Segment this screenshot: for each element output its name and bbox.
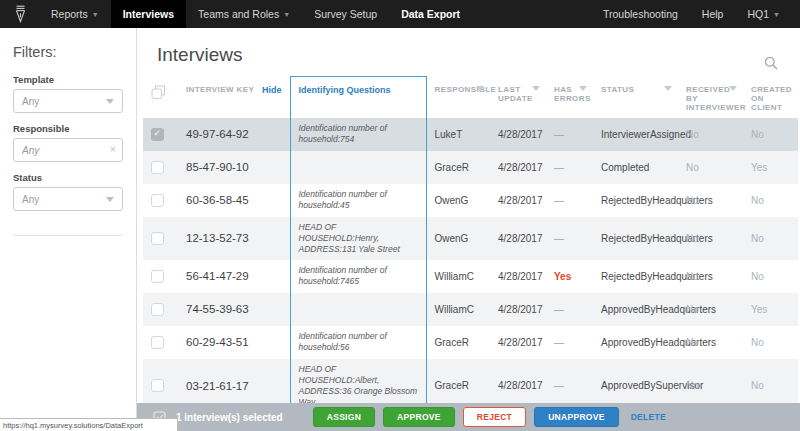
checkbox-cell[interactable] [143, 260, 178, 293]
table-row[interactable]: 49-97-64-92Identification number of hous… [143, 118, 798, 151]
created-on-client-cell: Yes [743, 293, 798, 326]
nav-help-label: Help [702, 8, 724, 20]
header-has-errors[interactable]: HAS ERRORS [546, 77, 593, 118]
has-errors-cell: — [546, 217, 593, 260]
table-row[interactable]: 74-55-39-63WilliamC4/28/2017—ApprovedByH… [143, 293, 798, 326]
table-body: 49-97-64-92Identification number of hous… [143, 118, 798, 431]
row-checkbox[interactable] [151, 379, 164, 392]
identifying-questions-cell [290, 293, 426, 326]
checkbox-cell[interactable] [143, 293, 178, 326]
last-update-cell: 4/28/2017 [490, 260, 546, 293]
nav-reports[interactable]: Reports▼ [39, 0, 111, 28]
select-all-icon [151, 85, 166, 100]
approve-button[interactable]: APPROVE [383, 407, 455, 427]
nav-teams-and-roles[interactable]: Teams and Roles▼ [186, 0, 302, 28]
chevron-down-icon: ▼ [283, 11, 290, 18]
interview-key-cell: 60-29-43-51 [178, 326, 290, 359]
delete-button[interactable]: DELETE [627, 407, 670, 427]
app-window: Reports▼ Interviews Teams and Roles▼ Sur… [0, 0, 800, 431]
header-received-by-interviewer[interactable]: RECEIVED BY INTERVIEWER [678, 77, 743, 118]
reject-button[interactable]: REJECT [463, 407, 526, 427]
header-interview-key[interactable]: INTERVIEW KEY Hide [178, 77, 290, 118]
table-row[interactable]: 56-41-47-29Identification number of hous… [143, 260, 798, 293]
interview-key-cell: 56-41-47-29 [178, 260, 290, 293]
status-cell: Completed [593, 151, 678, 184]
clear-icon[interactable]: × [110, 143, 116, 155]
interview-key-cell: 12-13-52-73 [178, 217, 290, 260]
responsible-cell: GraceR [426, 151, 490, 184]
row-checkbox-checked[interactable] [151, 128, 164, 141]
checkbox-cell[interactable] [143, 217, 178, 260]
template-filter-select[interactable]: Any [13, 89, 123, 113]
responsible-cell: WilliamC [426, 293, 490, 326]
header-created-on-client-label: CREATED ON CLIENT [751, 85, 792, 112]
table-row[interactable]: 60-36-58-45Identification number of hous… [143, 184, 798, 217]
sort-caret-icon [476, 86, 484, 91]
status-filter-select[interactable]: Any [13, 187, 123, 211]
header-identifying-questions-label: Identifying Questions [299, 85, 391, 95]
header-status[interactable]: STATUS [593, 77, 678, 118]
checkbox-cell[interactable] [143, 151, 178, 184]
header-responsible[interactable]: RESPONSIBLE [426, 77, 490, 118]
nav-interviews[interactable]: Interviews [111, 0, 186, 28]
nav-account-label: HQ1 [747, 8, 769, 20]
nav-survey-setup[interactable]: Survey Setup [302, 0, 389, 28]
status-cell: ApprovedByHeadquarters [593, 326, 678, 359]
sort-caret-icon [532, 86, 540, 91]
unapprove-button[interactable]: UNAPPROVE [534, 407, 619, 427]
select-all-cell[interactable] [143, 77, 178, 118]
assign-button[interactable]: ASSIGN [313, 407, 375, 427]
row-checkbox[interactable] [151, 194, 164, 207]
status-cell: RejectedByHeadquarters [593, 217, 678, 260]
search-icon[interactable] [764, 56, 778, 74]
survey-solutions-logo[interactable] [0, 0, 39, 28]
template-filter-value: Any [22, 96, 39, 107]
row-checkbox[interactable] [151, 270, 164, 283]
hide-column-link[interactable]: Hide [262, 85, 282, 95]
last-update-cell: 4/28/2017 [490, 151, 546, 184]
interview-key-cell: 49-97-64-92 [178, 118, 290, 151]
nav-troubleshooting[interactable]: Troubleshooting [591, 0, 690, 28]
status-filter-value: Any [22, 194, 39, 205]
received-by-interviewer-cell: No [678, 151, 743, 184]
checkbox-cell[interactable] [143, 326, 178, 359]
chevron-down-icon [106, 197, 114, 202]
created-on-client-cell: No [743, 326, 798, 359]
nav-data-export[interactable]: Data Export [389, 0, 472, 28]
last-update-cell: 4/28/2017 [490, 118, 546, 151]
filters-title: Filters: [13, 44, 123, 60]
interviews-table: INTERVIEW KEY Hide Identifying Questions… [143, 76, 798, 431]
has-errors-cell: — [546, 326, 593, 359]
nav-help[interactable]: Help [690, 0, 736, 28]
status-cell: InterviewerAssigned [593, 118, 678, 151]
table-row[interactable]: 85-47-90-10GraceR4/28/2017—CompletedNoYe… [143, 151, 798, 184]
header-created-on-client[interactable]: CREATED ON CLIENT [743, 77, 798, 118]
created-on-client-cell: No [743, 260, 798, 293]
checkbox-cell[interactable] [143, 118, 178, 151]
row-checkbox[interactable] [151, 232, 164, 245]
identifying-questions-cell: Identification number of household:56 [290, 326, 426, 359]
header-last-update[interactable]: LAST UPDATE [490, 77, 546, 118]
top-navbar: Reports▼ Interviews Teams and Roles▼ Sur… [0, 0, 800, 28]
row-checkbox[interactable] [151, 336, 164, 349]
created-on-client-cell: No [743, 217, 798, 260]
last-update-cell: 4/28/2017 [490, 293, 546, 326]
nav-account-hq1[interactable]: HQ1▼ [735, 0, 792, 28]
responsible-cell: LukeT [426, 118, 490, 151]
nav-teams-label: Teams and Roles [198, 8, 279, 20]
has-errors-cell: — [546, 151, 593, 184]
created-on-client-cell: Yes [743, 151, 798, 184]
table-row[interactable]: 12-13-52-73HEAD OF HOUSEHOLD:Henry, ADDR… [143, 217, 798, 260]
has-errors-cell: Yes [546, 260, 593, 293]
interview-key-cell: 60-36-58-45 [178, 184, 290, 217]
status-cell: ApprovedByHeadquarters [593, 293, 678, 326]
row-checkbox[interactable] [151, 303, 164, 316]
row-checkbox[interactable] [151, 161, 164, 174]
responsible-filter-input[interactable] [13, 138, 123, 162]
checkbox-cell[interactable] [143, 184, 178, 217]
status-cell: RejectedByHeadquarters [593, 184, 678, 217]
identifying-questions-cell: Identification number of household:45 [290, 184, 426, 217]
responsible-cell: OwenG [426, 217, 490, 260]
table-row[interactable]: 60-29-43-51Identification number of hous… [143, 326, 798, 359]
header-identifying-questions[interactable]: Identifying Questions [290, 77, 426, 118]
